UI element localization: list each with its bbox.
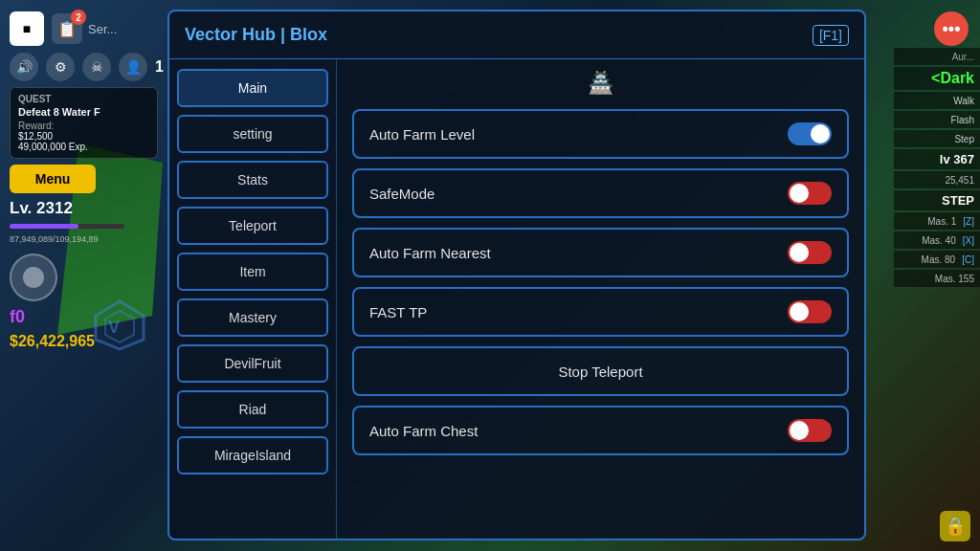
toggle-knob-safemode	[790, 184, 809, 203]
toggle-row-safemode: SafeMode	[352, 168, 849, 218]
gui-panel: Vector Hub | Blox [F1] Main setting Stat…	[167, 10, 866, 540]
quest-exp: 49,000,000 Exp.	[18, 142, 149, 152]
level-display: Lv. 2312	[10, 199, 164, 218]
joystick-inner	[23, 267, 44, 288]
hud-right-step-label: STEP	[894, 190, 980, 210]
nav-btn-devilfruit[interactable]: DevilFruit	[177, 344, 328, 383]
toggle-label-auto-farm-nearest: Auto Farm Nearest	[369, 245, 491, 261]
gui-body: Main setting Stats Teleport Item Mastery…	[169, 59, 864, 539]
roblox-logo: ■	[10, 11, 44, 46]
notification-count: 2	[71, 10, 86, 25]
stop-teleport-button[interactable]: Stop Teleport	[352, 346, 849, 396]
toggle-knob-auto-farm-nearest	[790, 243, 809, 262]
mas155-label: Mas. 155	[935, 274, 974, 284]
toggle-label-fast-tp: FAST TP	[369, 304, 427, 320]
toggle-label-safemode: SafeMode	[369, 186, 434, 202]
nav-btn-mirageisland[interactable]: MirageIsland	[177, 436, 328, 474]
toggle-label-auto-farm-chest: Auto Farm Chest	[369, 423, 478, 439]
toggle-row-fast-tp: FAST TP	[352, 287, 849, 337]
joystick[interactable]	[10, 253, 57, 301]
hud-right-mas40: Mas. 40 [X]	[894, 231, 980, 249]
nav-btn-teleport[interactable]: Teleport	[177, 207, 328, 245]
nav-btn-stats[interactable]: Stats	[177, 161, 328, 199]
quest-title-label: QUEST	[18, 94, 149, 104]
nav-btn-setting[interactable]: setting	[177, 115, 328, 153]
gui-shortcut: [F1]	[813, 25, 849, 46]
hud-right-num1: 25,451	[894, 171, 980, 188]
toggle-fast-tp[interactable]	[788, 300, 832, 323]
num1-display: 25,451	[945, 175, 974, 186]
gui-header: Vector Hub | Blox [F1]	[169, 11, 864, 59]
main-content: 🏯 Auto Farm Level SafeMode Auto Farm Nea…	[337, 59, 864, 539]
quest-name: Defeat 8 Water F	[18, 106, 149, 118]
roblox-icon: ■	[23, 21, 31, 36]
quest-money: $12,500	[18, 131, 149, 142]
hud-right: Aur... <Dark Walk Flash Step lv 367 25,4…	[894, 48, 980, 289]
hud-right-dark: <Dark	[894, 67, 980, 90]
hud-left: 🔊 ⚙ ☠ 👤 1 QUEST Defeat 8 Water F Reward:…	[10, 53, 164, 350]
toggle-knob-auto-farm-chest	[790, 421, 809, 440]
lock-icon: 🔒	[940, 511, 970, 541]
toggle-auto-farm-level[interactable]	[788, 122, 832, 145]
mas1-label: Mas. 1	[927, 216, 956, 227]
menu-button[interactable]: Menu	[10, 165, 96, 193]
more-button[interactable]: •••	[934, 11, 969, 46]
notification-badge[interactable]: 📋 2	[52, 13, 82, 44]
step-display: STEP	[942, 193, 974, 208]
walk-label: Walk	[953, 96, 974, 106]
quest-reward-label: Reward:	[18, 121, 149, 131]
stop-teleport-label: Stop Teleport	[558, 364, 642, 380]
c-key: [C]	[962, 254, 974, 265]
toggle-row-auto-farm-nearest: Auto Farm Nearest	[352, 228, 849, 277]
mas80-label: Mas. 80	[922, 254, 956, 265]
hud-right-step: Step	[894, 130, 980, 147]
hud-right-lv: lv 367	[894, 149, 980, 169]
flash-label: Flash	[951, 115, 974, 125]
dark-label: <Dark	[931, 70, 974, 86]
toggle-auto-farm-nearest[interactable]	[788, 241, 832, 264]
toggle-knob-fast-tp	[790, 302, 809, 321]
toggle-label-auto-farm-level: Auto Farm Level	[369, 126, 475, 143]
step-label: Step	[954, 134, 974, 144]
vector-logo: V	[91, 297, 148, 354]
x-key: [X]	[963, 235, 974, 246]
xp-bar-background	[10, 224, 124, 229]
toggle-safemode[interactable]	[788, 182, 832, 205]
hud-right-mas80: Mas. 80 [C]	[894, 251, 980, 268]
lv-display: lv 367	[940, 152, 974, 166]
nav-btn-main[interactable]: Main	[177, 69, 328, 107]
hud-right-flash: Flash	[894, 111, 980, 128]
toggle-auto-farm-chest[interactable]	[788, 419, 832, 442]
nav-btn-mastery[interactable]: Mastery	[177, 298, 328, 337]
hud-right-mas1: Mas. 1 [Z]	[894, 212, 980, 230]
hud-right-mas155: Mas. 155	[894, 270, 980, 287]
z-key: [Z]	[963, 216, 974, 227]
mas40-label: Mas. 40	[922, 235, 956, 246]
server-text: Ser...	[88, 22, 117, 36]
nav-btn-item[interactable]: Item	[177, 253, 328, 291]
toggle-row-auto-farm-chest: Auto Farm Chest	[352, 406, 849, 455]
xp-text: 87,949,089/109,194,89	[10, 234, 164, 244]
toggle-knob-auto-farm-level	[811, 124, 830, 143]
sidebar-nav: Main setting Stats Teleport Item Mastery…	[169, 59, 337, 539]
gui-title: Vector Hub | Blox	[185, 25, 327, 45]
toggle-row-auto-farm-level: Auto Farm Level	[352, 109, 849, 159]
nav-btn-riad[interactable]: Riad	[177, 390, 328, 429]
svg-text:V: V	[108, 318, 120, 337]
hud-right-walk: Walk	[894, 92, 980, 109]
icon-count: 1	[155, 58, 164, 76]
quest-box: QUEST Defeat 8 Water F Reward: $12,500 4…	[10, 87, 158, 159]
xp-bar-fill	[10, 224, 78, 229]
content-castle-icon: 🏯	[352, 71, 849, 96]
